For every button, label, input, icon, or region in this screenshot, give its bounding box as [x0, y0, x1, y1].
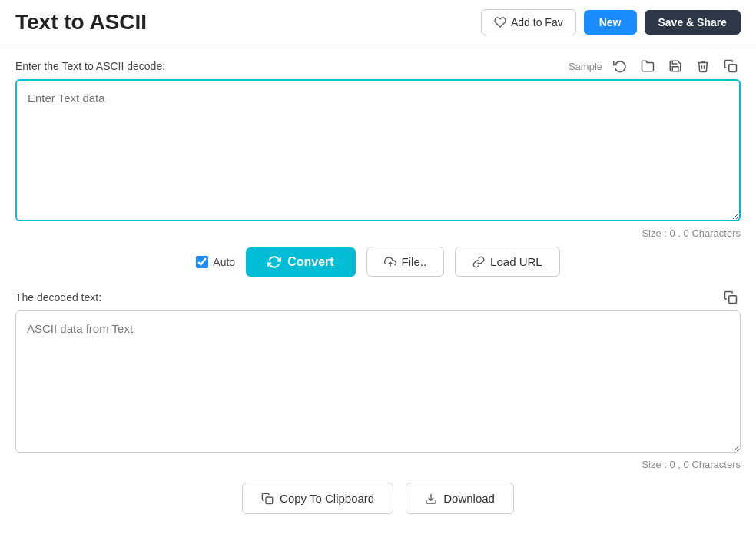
copy-icon: [724, 59, 738, 73]
svg-rect-3: [266, 497, 273, 504]
auto-label: Auto: [213, 256, 235, 268]
output-label: The decoded text:: [15, 291, 101, 304]
header: Text to ASCII Add to Fav New Save & Shar…: [0, 0, 756, 45]
header-actions: Add to Fav New Save & Share: [481, 9, 741, 35]
save-icon: [668, 59, 682, 73]
heart-icon: [494, 16, 506, 28]
main-content: Enter the Text to ASCII decode: Sample: [0, 45, 756, 534]
refresh-icon: [267, 255, 281, 269]
load-url-button[interactable]: Load URL: [455, 247, 560, 277]
input-size-info: Size : 0 , 0 Characters: [15, 227, 741, 239]
auto-checkbox-wrapper: Auto: [196, 256, 235, 268]
add-to-fav-button[interactable]: Add to Fav: [481, 9, 576, 35]
download-icon: [425, 493, 437, 505]
bottom-actions: Copy To Clipboard Download: [15, 483, 741, 514]
convert-button[interactable]: Convert: [246, 247, 355, 277]
output-section: The decoded text: Size : 0 , 0 Character…: [15, 289, 741, 470]
file-button[interactable]: File..: [366, 247, 445, 277]
output-size-info: Size : 0 , 0 Characters: [15, 459, 741, 470]
new-label: New: [599, 16, 622, 28]
text-input[interactable]: [15, 79, 741, 221]
page-title: Text to ASCII: [15, 10, 147, 35]
input-section: Enter the Text to ASCII decode: Sample: [15, 58, 741, 239]
delete-icon-btn[interactable]: [693, 58, 713, 75]
file-label: File..: [402, 255, 427, 268]
link-icon: [472, 256, 485, 268]
toolbar-icons: Sample: [569, 58, 741, 75]
load-url-label: Load URL: [490, 255, 542, 268]
copy-to-clipboard-label: Copy To Clipboard: [280, 492, 374, 505]
svg-rect-0: [729, 65, 737, 72]
open-folder-icon: [641, 59, 655, 73]
auto-checkbox[interactable]: [196, 256, 208, 268]
open-file-icon-btn[interactable]: [638, 58, 658, 75]
save-icon-btn[interactable]: [665, 58, 685, 75]
copy-output-icon: [724, 290, 738, 304]
save-share-button[interactable]: Save & Share: [645, 10, 741, 35]
svg-rect-2: [729, 296, 737, 304]
copy-to-clipboard-button[interactable]: Copy To Clipboard: [242, 483, 393, 514]
add-to-fav-label: Add to Fav: [511, 16, 563, 28]
trash-icon: [696, 59, 710, 73]
clipboard-icon: [261, 493, 274, 505]
output-label-row: The decoded text:: [15, 289, 741, 306]
copy-input-icon-btn[interactable]: [721, 58, 741, 75]
upload-icon: [384, 256, 396, 268]
action-row: Auto Convert File.. Load URL: [15, 247, 741, 277]
download-label: Download: [443, 492, 495, 505]
input-label-row: Enter the Text to ASCII decode: Sample: [15, 58, 741, 75]
history-icon: [613, 59, 627, 73]
download-button[interactable]: Download: [406, 483, 514, 514]
copy-output-icon-btn[interactable]: [721, 289, 741, 306]
sample-label[interactable]: Sample: [569, 61, 602, 72]
output-textarea[interactable]: [15, 310, 741, 453]
input-label: Enter the Text to ASCII decode:: [15, 60, 165, 72]
new-button[interactable]: New: [584, 10, 637, 35]
convert-label: Convert: [287, 255, 333, 269]
history-icon-btn[interactable]: [610, 58, 630, 75]
save-share-label: Save & Share: [658, 16, 728, 28]
